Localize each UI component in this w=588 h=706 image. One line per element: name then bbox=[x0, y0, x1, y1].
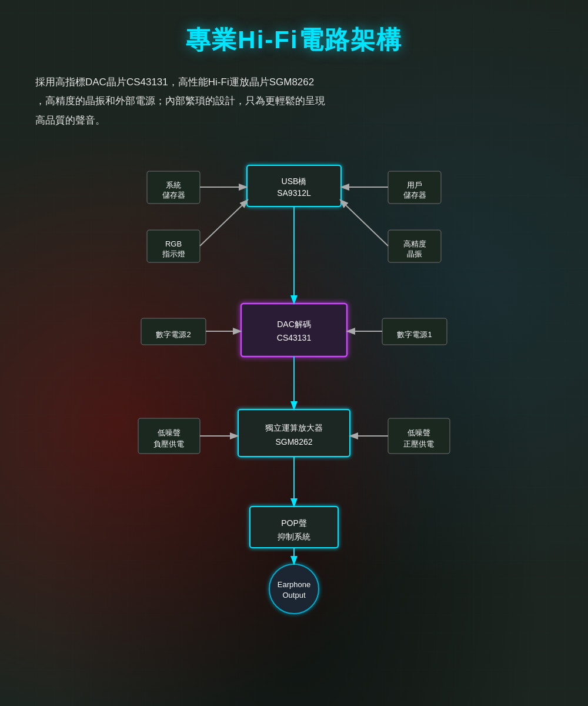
crystal-label2: 晶振 bbox=[407, 249, 422, 258]
user-memory-label2: 儲存器 bbox=[403, 190, 426, 199]
diagram-svg: 系統 儲存器 用戶 儲存器 USB橋 SA9312L RGB 指示燈 高精度 晶… bbox=[112, 154, 476, 612]
usb-bridge-node bbox=[247, 165, 341, 207]
desc-line3: 高品質的聲音。 bbox=[35, 115, 105, 126]
system-memory-label: 系統 bbox=[166, 180, 181, 189]
rgb-led-label: RGB bbox=[165, 239, 182, 248]
low-noise-neg-label: 低噪聲 bbox=[158, 428, 181, 437]
desc-line1: 採用高指標DAC晶片CS43131，高性能Hi-Fi運放晶片SGM8262 bbox=[35, 76, 314, 88]
crystal-label: 高精度 bbox=[403, 239, 426, 248]
dac-decode-label: DAC解碼 bbox=[277, 319, 311, 329]
opamp-label2: SGM8262 bbox=[275, 437, 312, 447]
digital-power2-label: 數字電源2 bbox=[156, 329, 191, 338]
low-noise-pos-label2: 正壓供電 bbox=[403, 439, 434, 448]
digital-power1-label: 數字電源1 bbox=[397, 329, 432, 338]
desc-line2: ，高精度的晶振和外部電源；內部繁瑣的設計，只為更輕鬆的呈現 bbox=[35, 95, 325, 106]
page-title: 專業Hi-Fi電路架構 bbox=[35, 24, 553, 56]
pop-suppress-label: POP聲 bbox=[281, 518, 307, 528]
description-text: 採用高指標DAC晶片CS43131，高性能Hi-Fi運放晶片SGM8262 ，高… bbox=[35, 73, 517, 130]
pop-suppress-label2: 抑制系統 bbox=[278, 532, 310, 541]
earphone-output-node bbox=[269, 564, 319, 614]
dac-decode-label2: CS43131 bbox=[277, 333, 312, 342]
opamp-node bbox=[238, 409, 350, 457]
circuit-diagram: 系統 儲存器 用戶 儲存器 USB橋 SA9312L RGB 指示燈 高精度 晶… bbox=[35, 154, 553, 612]
usb-bridge-label: USB橋 bbox=[282, 176, 307, 186]
main-content: 專業Hi-Fi電路架構 採用高指標DAC晶片CS43131，高性能Hi-Fi運放… bbox=[0, 0, 588, 648]
earphone-output-label2: Output bbox=[282, 590, 305, 599]
system-memory-label2: 儲存器 bbox=[162, 190, 185, 199]
dac-decode-node bbox=[241, 304, 347, 357]
opamp-label: 獨立運算放大器 bbox=[265, 423, 323, 432]
low-noise-neg-label2: 負壓供電 bbox=[153, 439, 184, 448]
user-memory-label: 用戶 bbox=[407, 180, 422, 189]
arrow-rgb-usb bbox=[200, 201, 247, 246]
low-noise-pos-label: 低噪聲 bbox=[407, 428, 430, 437]
rgb-led-label2: 指示燈 bbox=[162, 249, 185, 258]
usb-bridge-label2: SA9312L bbox=[277, 188, 311, 198]
earphone-output-label: Earphone bbox=[278, 580, 310, 588]
arrow-crystal-usb bbox=[341, 201, 388, 246]
